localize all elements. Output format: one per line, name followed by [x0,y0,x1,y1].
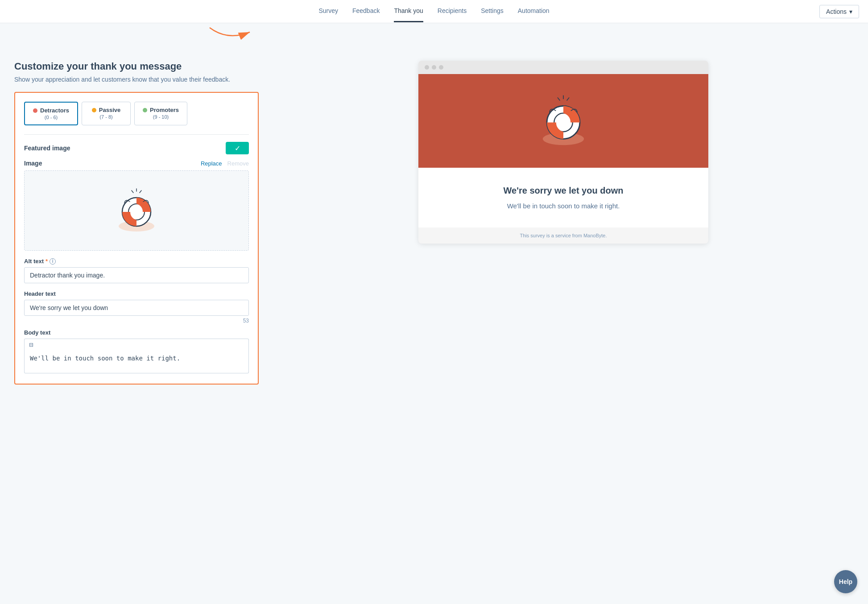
detractors-range: (0 - 6) [45,115,58,120]
image-preview [24,170,249,251]
promoters-range: (9 - 10) [153,114,169,120]
main-content: Customize your thank you message Show yo… [0,50,868,604]
header-text-input[interactable] [24,300,249,316]
actions-label: Actions [826,8,847,15]
detractors-label: Detractors [40,107,69,114]
segment-divider [24,134,249,135]
help-button[interactable]: Help [834,570,857,593]
body-text-input[interactable] [24,351,249,373]
image-label: Image [24,160,42,167]
alt-text-label: Alt text * i [24,258,249,265]
check-icon: ✓ [235,144,240,153]
browser-mockup: We're sorry we let you down We'll be in … [418,61,708,244]
lifesaver-illustration [107,186,165,235]
alt-text-input[interactable] [24,267,249,283]
image-actions: Replace Remove [201,160,249,167]
body-text-toolbar: ⊟ [24,339,249,351]
tab-recipients[interactable]: Recipients [438,0,467,22]
tab-feedback[interactable]: Feedback [352,0,380,22]
page-title: Customize your thank you message [14,61,259,72]
preview-body-text: We'll be in touch soon to make it right. [432,202,695,210]
segment-detractors[interactable]: Detractors (0 - 6) [24,102,78,125]
body-text-label: Body text [24,329,249,336]
preview-body: We're sorry we let you down We'll be in … [418,168,708,228]
browser-dot-3 [439,65,443,70]
svg-line-12 [567,98,569,100]
required-star: * [45,258,48,265]
segment-promoters[interactable]: Promoters (9 - 10) [134,102,187,125]
nav-tabs: Survey Feedback Thank you Recipients Set… [318,0,549,22]
segment-passive[interactable]: Passive (7 - 8) [82,102,131,125]
passive-range: (7 - 8) [99,114,112,120]
detractors-dot [33,108,37,113]
preview-title: We're sorry we let you down [432,186,695,196]
right-panel: We're sorry we let you down We'll be in … [273,61,854,593]
featured-image-toggle[interactable]: ✓ [226,142,249,154]
tab-thank-you[interactable]: Thank you [394,0,423,22]
preview-footer: This survey is a service from ManoByte. [418,228,708,244]
featured-image-row: Featured image ✓ [24,142,249,154]
browser-dot-2 [432,65,436,70]
text-align-icon[interactable]: ⊟ [29,342,33,348]
remove-button[interactable]: Remove [227,160,249,167]
svg-line-5 [132,190,133,193]
page-subtitle: Show your appreciation and let customers… [14,76,259,83]
top-nav: Survey Feedback Thank you Recipients Set… [0,0,868,23]
passive-dot [92,108,96,112]
passive-label: Passive [99,107,120,113]
promoters-dot [143,108,147,112]
svg-line-11 [558,98,560,100]
replace-button[interactable]: Replace [201,160,222,167]
arrow-annotation [0,23,868,50]
tab-automation[interactable]: Automation [518,0,550,22]
tab-settings[interactable]: Settings [481,0,504,22]
left-panel: Customize your thank you message Show yo… [14,61,273,593]
actions-button[interactable]: Actions ▾ [819,5,859,18]
form-card: Detractors (0 - 6) Passive (7 - 8) Promo… [14,92,259,385]
preview-header [418,74,708,168]
help-label: Help [839,578,852,585]
header-char-count: 53 [24,318,249,324]
chevron-down-icon: ▾ [849,8,852,15]
info-icon[interactable]: i [50,258,56,265]
promoters-label: Promoters [150,107,179,113]
browser-dot-1 [425,65,429,70]
svg-line-6 [140,190,141,193]
header-text-label: Header text [24,290,249,297]
featured-image-label: Featured image [24,145,70,152]
segment-tabs: Detractors (0 - 6) Passive (7 - 8) Promo… [24,102,249,125]
tab-survey[interactable]: Survey [318,0,338,22]
image-section-row: Image Replace Remove [24,160,249,167]
preview-lifesaver-illustration [530,92,597,150]
browser-bar [418,61,708,74]
